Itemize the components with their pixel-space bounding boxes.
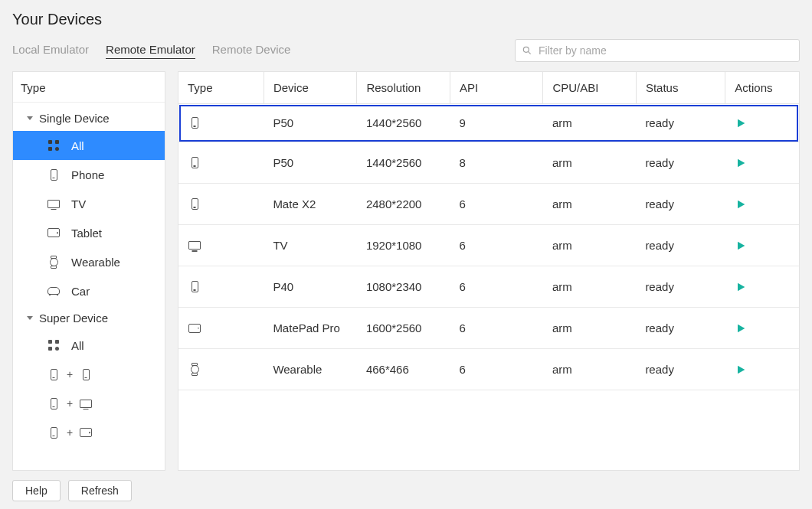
sidebar-item-all[interactable]: All	[13, 131, 165, 160]
sidebar-item-phone[interactable]: Phone	[13, 160, 165, 189]
sidebar-item-label: TV	[71, 197, 86, 210]
svg-line-1	[528, 51, 530, 54]
col-header-device[interactable]: Device	[264, 72, 357, 104]
refresh-button[interactable]: Refresh	[68, 480, 132, 501]
cell-resolution: 1440*2560	[357, 142, 450, 184]
car-icon	[47, 287, 61, 295]
phone-icon	[47, 169, 61, 181]
cell-actions	[725, 349, 799, 390]
run-button[interactable]	[735, 281, 791, 293]
col-header-resolution[interactable]: Resolution	[357, 72, 450, 104]
cell-resolution: 1600*2560	[357, 308, 450, 349]
cell-cpu: arm	[543, 104, 637, 142]
cell-status: ready	[636, 349, 725, 390]
table-row[interactable]: P401080*23406armready	[178, 266, 799, 308]
phone-icon	[79, 369, 93, 380]
search-icon	[522, 45, 532, 56]
cell-resolution: 1920*1080	[357, 225, 450, 266]
tab-local-emulator[interactable]: Local Emulator	[12, 43, 89, 59]
cell-cpu: arm	[543, 349, 637, 390]
cell-type-icon	[178, 349, 264, 390]
col-header-api[interactable]: API	[450, 72, 543, 104]
cell-cpu: arm	[543, 184, 637, 225]
cell-status: ready	[636, 266, 725, 308]
tree-group-super-device[interactable]: Super Device	[13, 305, 165, 331]
cell-device: P50	[264, 104, 357, 142]
run-button[interactable]	[735, 198, 791, 210]
phone-icon	[47, 369, 61, 380]
table-row[interactable]: P501440*25608armready	[178, 142, 799, 184]
sidebar-item-tv[interactable]: TV	[13, 189, 165, 218]
run-button[interactable]	[735, 322, 791, 334]
cell-status: ready	[636, 308, 725, 349]
cell-device: Mate X2	[264, 184, 357, 225]
tree-group-single-device[interactable]: Single Device	[13, 106, 165, 131]
sidebar-item-label: All	[71, 139, 84, 152]
plus-icon: +	[67, 426, 73, 439]
sidebar-item-sd-all[interactable]: All	[13, 331, 165, 360]
sidebar-item-car[interactable]: Car	[13, 276, 165, 305]
cell-device: TV	[264, 225, 357, 266]
search-box[interactable]	[515, 39, 800, 62]
cell-type-icon	[178, 308, 264, 349]
type-sidebar: Type Single DeviceAllPhoneTVTabletWearab…	[12, 71, 165, 471]
cell-actions	[725, 225, 799, 266]
col-header-cpu-abi[interactable]: CPU/ABI	[543, 72, 637, 104]
cell-resolution: 1080*2340	[357, 266, 450, 308]
phone-icon	[188, 157, 201, 168]
page-title: Your Devices	[12, 11, 800, 28]
tree-group-label: Single Device	[39, 112, 110, 125]
table-row[interactable]: Mate X22480*22006armready	[178, 184, 799, 225]
tv-icon	[79, 400, 93, 408]
sidebar-item-wearable[interactable]: Wearable	[13, 247, 165, 276]
cell-type-icon	[178, 225, 264, 266]
tab-remote-emulator[interactable]: Remote Emulator	[106, 43, 195, 59]
phone-icon	[188, 198, 201, 210]
phone-icon	[188, 117, 201, 129]
table-row[interactable]: P501440*25609armready	[178, 104, 799, 142]
sidebar-header: Type	[13, 72, 165, 103]
plus-icon: +	[67, 397, 73, 409]
tab-bar: Local EmulatorRemote EmulatorRemote Devi…	[12, 43, 290, 59]
cell-actions	[725, 266, 799, 308]
cell-actions	[725, 142, 799, 184]
phone-icon	[47, 427, 61, 439]
help-button[interactable]: Help	[12, 480, 61, 501]
cell-device: P50	[264, 142, 357, 184]
run-button[interactable]	[735, 240, 791, 252]
cell-cpu: arm	[543, 225, 637, 266]
cell-api: 6	[450, 266, 543, 308]
cell-resolution: 1440*2560	[357, 104, 450, 142]
cell-cpu: arm	[543, 308, 637, 349]
table-row[interactable]: Wearable466*4666armready	[178, 349, 799, 390]
run-button[interactable]	[735, 117, 791, 129]
col-header-type[interactable]: Type	[178, 72, 264, 104]
tab-remote-device[interactable]: Remote Device	[212, 43, 291, 59]
cell-api: 6	[450, 349, 543, 390]
chevron-down-icon	[27, 116, 33, 120]
tree-group-label: Super Device	[39, 312, 108, 325]
cell-actions	[725, 104, 799, 142]
sidebar-combo-phone-phone[interactable]: +	[13, 360, 165, 389]
all-icon	[47, 140, 61, 151]
cell-resolution: 2480*2200	[357, 184, 450, 225]
sidebar-item-tablet[interactable]: Tablet	[13, 218, 165, 247]
table-row[interactable]: MatePad Pro1600*25606armready	[178, 308, 799, 349]
run-button[interactable]	[735, 364, 791, 376]
cell-cpu: arm	[543, 142, 637, 184]
sidebar-combo-phone-tv[interactable]: +	[13, 389, 165, 418]
sidebar-item-label: All	[71, 339, 84, 352]
run-button[interactable]	[735, 157, 791, 169]
chevron-down-icon	[27, 316, 33, 320]
col-header-status[interactable]: Status	[636, 72, 725, 104]
cell-status: ready	[636, 225, 725, 266]
sidebar-item-label: Wearable	[71, 256, 120, 269]
col-header-actions[interactable]: Actions	[725, 72, 799, 104]
svg-point-0	[523, 47, 529, 52]
search-input[interactable]	[537, 44, 793, 57]
tv-icon	[188, 241, 201, 250]
sidebar-item-label: Car	[71, 285, 90, 298]
tv-icon	[47, 200, 61, 208]
table-row[interactable]: TV1920*10806armready	[178, 225, 799, 266]
sidebar-combo-phone-tablet[interactable]: +	[13, 418, 165, 447]
